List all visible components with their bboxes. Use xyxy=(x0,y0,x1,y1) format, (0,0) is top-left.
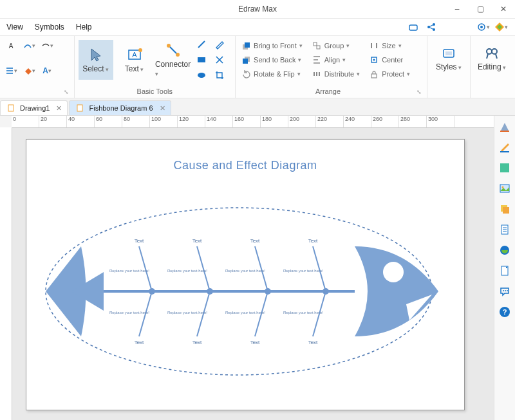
edraw-logo-icon[interactable] xyxy=(496,22,506,32)
ruler-corner xyxy=(0,116,12,128)
share-icon[interactable] xyxy=(426,22,436,32)
svg-rect-47 xyxy=(500,151,509,152)
list-button[interactable] xyxy=(4,64,18,78)
cause-text[interactable]: Replace your text here! xyxy=(225,311,265,315)
distribute-icon xyxy=(312,69,322,79)
center-icon xyxy=(369,55,379,65)
bone-label[interactable]: Text xyxy=(135,238,144,244)
export-panel-icon[interactable] xyxy=(498,264,512,278)
editing-button[interactable]: Editing xyxy=(474,39,509,78)
svg-rect-16 xyxy=(243,59,248,64)
tab-fishbone-label: Fishbone Diagram 6 xyxy=(89,104,153,112)
line-tool-button[interactable] xyxy=(194,37,209,51)
page-panel-icon[interactable] xyxy=(498,223,512,237)
connector-tool-button[interactable]: Connector xyxy=(156,40,191,80)
tab-fishbone[interactable]: Fishbone Diagram 6 ✕ xyxy=(69,100,171,115)
menu-symbols[interactable]: Symbols xyxy=(35,23,64,32)
font-dropdown[interactable] xyxy=(22,39,36,53)
help-panel-icon[interactable]: ? xyxy=(498,305,512,319)
bone-label[interactable]: Text xyxy=(192,340,202,345)
maximize-button[interactable]: ▢ xyxy=(469,0,492,18)
ruler-mark: 20 xyxy=(39,116,67,127)
svg-rect-14 xyxy=(245,42,250,48)
gear-icon[interactable] xyxy=(478,22,488,32)
font-size-button[interactable]: A xyxy=(4,39,18,53)
side-panel: ? xyxy=(494,116,515,420)
theme-panel-icon[interactable] xyxy=(498,120,512,134)
center-button[interactable]: Center xyxy=(368,53,411,66)
distribute-button[interactable]: Distribute xyxy=(310,68,361,80)
protect-button[interactable]: Protect xyxy=(368,68,411,80)
tab-drawing1-close[interactable]: ✕ xyxy=(56,104,62,113)
align-icon xyxy=(312,55,322,65)
rotate-flip-button[interactable]: Rotate & Flip xyxy=(239,68,304,80)
layers-panel-icon[interactable] xyxy=(498,202,512,216)
svg-rect-30 xyxy=(77,105,82,111)
cause-text[interactable]: Replace your text here! xyxy=(283,269,323,273)
clipart-panel-icon[interactable] xyxy=(498,243,512,257)
svg-point-23 xyxy=(373,59,375,61)
tab-fishbone-close[interactable]: ✕ xyxy=(160,104,165,113)
minimize-button[interactable]: – xyxy=(445,0,469,18)
distribute-label: Distribute xyxy=(324,70,354,78)
svg-point-58 xyxy=(507,290,508,291)
cause-text[interactable]: Replace your text here! xyxy=(109,269,149,273)
group-label: Group xyxy=(324,42,344,50)
ruler-mark: 0 xyxy=(12,116,39,127)
bone-label[interactable]: Text xyxy=(192,238,202,244)
pencil-tool-button[interactable] xyxy=(212,37,227,51)
close-button[interactable]: ✕ xyxy=(492,0,515,18)
doc-icon xyxy=(6,103,16,113)
line-style-dropdown[interactable] xyxy=(40,39,54,53)
bring-to-front-label: Bring to Front xyxy=(254,42,297,50)
format-panel-icon[interactable] xyxy=(498,140,512,154)
bone-label[interactable]: Text xyxy=(308,340,318,345)
svg-rect-21 xyxy=(319,72,320,76)
font-color-button[interactable]: A xyxy=(40,64,54,78)
ruler-mark: 40 xyxy=(67,116,95,127)
group-button[interactable]: Group xyxy=(310,39,361,52)
send-to-back-button[interactable]: Send to Back xyxy=(239,53,304,66)
comment-panel-icon[interactable] xyxy=(498,284,512,298)
drawing-page[interactable]: Cause and Effect Diagram xyxy=(26,139,465,410)
rectangle-tool-button[interactable] xyxy=(194,53,209,67)
fill-panel-icon[interactable] xyxy=(498,161,512,175)
tab-drawing1[interactable]: Drawing1 ✕ xyxy=(0,100,68,115)
cloud-link-icon[interactable] xyxy=(408,22,418,32)
menu-help[interactable]: Help xyxy=(76,23,92,32)
styles-button[interactable]: Styles xyxy=(431,39,466,78)
cause-text[interactable]: Replace your text here! xyxy=(167,269,207,273)
bone-label[interactable]: Text xyxy=(250,340,260,345)
svg-point-56 xyxy=(503,290,504,291)
svg-point-8 xyxy=(138,48,142,52)
cause-text[interactable]: Replace your text here! xyxy=(283,311,323,315)
canvas-area[interactable]: 0 20 40 60 80 100 120 140 160 180 200 22… xyxy=(0,116,494,420)
cause-text[interactable]: Replace your text here! xyxy=(167,311,207,315)
text-tool-button[interactable]: A Text xyxy=(117,40,152,80)
ruler-mark: 240 xyxy=(344,116,371,127)
close-shape-button[interactable] xyxy=(212,53,227,67)
paint-bucket-button[interactable] xyxy=(22,64,36,78)
svg-rect-18 xyxy=(317,46,320,49)
menu-view[interactable]: View xyxy=(6,23,23,32)
cause-text[interactable]: Replace your text here! xyxy=(225,269,265,273)
crop-tool-button[interactable] xyxy=(212,68,227,82)
select-tool-button[interactable]: Select xyxy=(79,40,113,80)
rotate-flip-label: Rotate & Flip xyxy=(254,70,295,78)
bring-to-front-button[interactable]: Bring to Front xyxy=(239,39,304,52)
fishbone-diagram[interactable]: Text Text Text Text Text Text Text Text … xyxy=(46,201,445,381)
size-icon xyxy=(369,41,379,51)
bone-label[interactable]: Text xyxy=(250,238,260,244)
align-button[interactable]: Align xyxy=(310,53,361,66)
ruler-mark: 260 xyxy=(371,116,399,127)
font-dialog-launcher[interactable]: ⤡ xyxy=(64,89,70,95)
size-button[interactable]: Size xyxy=(368,39,411,52)
arrange-dialog-launcher[interactable]: ⤡ xyxy=(417,89,423,95)
ellipse-tool-button[interactable] xyxy=(194,68,209,82)
ruler-mark: 140 xyxy=(205,116,233,127)
cause-text[interactable]: Replace your text here! xyxy=(109,311,149,315)
image-panel-icon[interactable] xyxy=(498,181,512,196)
bone-label[interactable]: Text xyxy=(308,238,318,244)
bone-label[interactable]: Text xyxy=(135,340,144,345)
diagram-title[interactable]: Cause and Effect Diagram xyxy=(26,159,464,172)
